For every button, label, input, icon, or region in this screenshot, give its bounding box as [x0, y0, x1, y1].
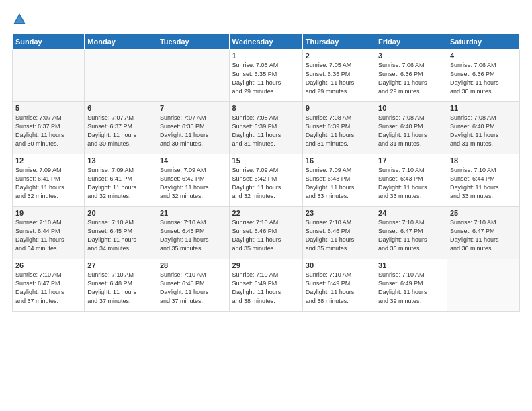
calendar-cell: 25Sunrise: 7:10 AMSunset: 6:47 PMDayligh…	[447, 207, 519, 259]
day-number: 3	[378, 52, 444, 60]
calendar-cell: 10Sunrise: 7:08 AMSunset: 6:40 PMDayligh…	[375, 102, 447, 154]
day-number: 27	[87, 261, 154, 269]
day-info: Sunrise: 7:10 AMSunset: 6:48 PMDaylight:…	[160, 271, 226, 306]
calendar-cell: 14Sunrise: 7:09 AMSunset: 6:42 PMDayligh…	[157, 154, 229, 207]
day-number: 26	[15, 261, 81, 269]
calendar-cell: 6Sunrise: 7:07 AMSunset: 6:37 PMDaylight…	[85, 102, 157, 154]
day-info: Sunrise: 7:10 AMSunset: 6:47 PMDaylight:…	[378, 218, 444, 253]
day-info: Sunrise: 7:10 AMSunset: 6:47 PMDaylight:…	[15, 271, 81, 306]
calendar-header-friday: Friday	[375, 34, 447, 50]
calendar-cell: 17Sunrise: 7:10 AMSunset: 6:43 PMDayligh…	[375, 154, 447, 207]
calendar-page: SundayMondayTuesdayWednesdayThursdayFrid…	[0, 0, 532, 411]
day-info: Sunrise: 7:07 AMSunset: 6:37 PMDaylight:…	[15, 113, 81, 148]
calendar-cell: 24Sunrise: 7:10 AMSunset: 6:47 PMDayligh…	[375, 207, 447, 259]
calendar-cell: 13Sunrise: 7:09 AMSunset: 6:41 PMDayligh…	[85, 154, 157, 207]
day-number: 10	[378, 104, 444, 112]
calendar-cell: 29Sunrise: 7:10 AMSunset: 6:49 PMDayligh…	[229, 259, 302, 312]
calendar-week-row: 12Sunrise: 7:09 AMSunset: 6:41 PMDayligh…	[13, 154, 520, 207]
day-info: Sunrise: 7:10 AMSunset: 6:46 PMDaylight:…	[306, 218, 372, 253]
day-number: 30	[306, 261, 372, 269]
calendar-cell: 8Sunrise: 7:08 AMSunset: 6:39 PMDaylight…	[229, 102, 302, 154]
day-number: 18	[450, 156, 517, 165]
day-info: Sunrise: 7:10 AMSunset: 6:49 PMDaylight:…	[232, 271, 300, 306]
day-number: 19	[15, 209, 81, 217]
calendar-cell: 1Sunrise: 7:05 AMSunset: 6:35 PMDaylight…	[229, 50, 302, 102]
day-number: 25	[450, 209, 517, 217]
day-info: Sunrise: 7:10 AMSunset: 6:47 PMDaylight:…	[450, 218, 517, 253]
calendar-cell: 7Sunrise: 7:07 AMSunset: 6:38 PMDaylight…	[157, 102, 229, 154]
day-number: 20	[87, 209, 154, 217]
day-number: 29	[232, 261, 300, 269]
calendar-header-monday: Monday	[85, 34, 157, 50]
calendar-cell: 19Sunrise: 7:10 AMSunset: 6:44 PMDayligh…	[13, 207, 85, 259]
day-number: 4	[450, 52, 517, 60]
calendar-cell	[157, 50, 229, 102]
day-info: Sunrise: 7:09 AMSunset: 6:41 PMDaylight:…	[87, 166, 154, 201]
calendar-week-row: 1Sunrise: 7:05 AMSunset: 6:35 PMDaylight…	[13, 50, 520, 102]
day-number: 21	[160, 209, 226, 217]
day-info: Sunrise: 7:08 AMSunset: 6:39 PMDaylight:…	[306, 113, 372, 148]
calendar-header-sunday: Sunday	[13, 34, 85, 50]
day-info: Sunrise: 7:10 AMSunset: 6:49 PMDaylight:…	[306, 271, 372, 306]
calendar-cell	[13, 50, 85, 102]
logo	[12, 12, 29, 27]
day-info: Sunrise: 7:10 AMSunset: 6:46 PMDaylight:…	[232, 218, 300, 253]
day-number: 22	[232, 209, 300, 217]
day-number: 13	[87, 156, 154, 165]
calendar-table: SundayMondayTuesdayWednesdayThursdayFrid…	[12, 34, 520, 312]
day-info: Sunrise: 7:06 AMSunset: 6:36 PMDaylight:…	[378, 61, 444, 96]
calendar-header-tuesday: Tuesday	[157, 34, 229, 50]
calendar-cell: 5Sunrise: 7:07 AMSunset: 6:37 PMDaylight…	[13, 102, 85, 154]
calendar-week-row: 26Sunrise: 7:10 AMSunset: 6:47 PMDayligh…	[13, 259, 520, 312]
day-info: Sunrise: 7:08 AMSunset: 6:40 PMDaylight:…	[378, 113, 444, 148]
calendar-cell: 21Sunrise: 7:10 AMSunset: 6:45 PMDayligh…	[157, 207, 229, 259]
day-number: 11	[450, 104, 517, 112]
calendar-cell: 4Sunrise: 7:06 AMSunset: 6:36 PMDaylight…	[447, 50, 519, 102]
day-number: 23	[306, 209, 372, 217]
calendar-cell	[85, 50, 157, 102]
day-info: Sunrise: 7:08 AMSunset: 6:40 PMDaylight:…	[450, 113, 517, 148]
calendar-cell: 26Sunrise: 7:10 AMSunset: 6:47 PMDayligh…	[13, 259, 85, 312]
day-number: 2	[306, 52, 372, 60]
day-number: 15	[232, 156, 300, 165]
day-info: Sunrise: 7:10 AMSunset: 6:44 PMDaylight:…	[450, 166, 517, 201]
calendar-cell: 28Sunrise: 7:10 AMSunset: 6:48 PMDayligh…	[157, 259, 229, 312]
calendar-header-wednesday: Wednesday	[229, 34, 302, 50]
calendar-cell: 20Sunrise: 7:10 AMSunset: 6:45 PMDayligh…	[85, 207, 157, 259]
calendar-cell: 11Sunrise: 7:08 AMSunset: 6:40 PMDayligh…	[447, 102, 519, 154]
calendar-week-row: 5Sunrise: 7:07 AMSunset: 6:37 PMDaylight…	[13, 102, 520, 154]
day-number: 31	[378, 261, 444, 269]
day-info: Sunrise: 7:05 AMSunset: 6:35 PMDaylight:…	[306, 61, 372, 96]
calendar-header-saturday: Saturday	[447, 34, 519, 50]
calendar-cell: 16Sunrise: 7:09 AMSunset: 6:43 PMDayligh…	[302, 154, 375, 207]
day-number: 14	[160, 156, 226, 165]
day-number: 28	[160, 261, 226, 269]
calendar-cell: 15Sunrise: 7:09 AMSunset: 6:42 PMDayligh…	[229, 154, 302, 207]
day-number: 12	[15, 156, 81, 165]
day-number: 16	[306, 156, 372, 165]
calendar-cell	[447, 259, 519, 312]
day-number: 5	[15, 104, 81, 112]
day-number: 24	[378, 209, 444, 217]
header	[12, 12, 520, 27]
day-number: 6	[87, 104, 154, 112]
day-info: Sunrise: 7:08 AMSunset: 6:39 PMDaylight:…	[232, 113, 300, 148]
calendar-cell: 23Sunrise: 7:10 AMSunset: 6:46 PMDayligh…	[302, 207, 375, 259]
day-info: Sunrise: 7:09 AMSunset: 6:42 PMDaylight:…	[160, 166, 226, 201]
day-info: Sunrise: 7:10 AMSunset: 6:45 PMDaylight:…	[160, 218, 226, 253]
day-number: 8	[232, 104, 300, 112]
day-info: Sunrise: 7:09 AMSunset: 6:42 PMDaylight:…	[232, 166, 300, 201]
calendar-cell: 2Sunrise: 7:05 AMSunset: 6:35 PMDaylight…	[302, 50, 375, 102]
day-info: Sunrise: 7:09 AMSunset: 6:41 PMDaylight:…	[15, 166, 81, 201]
day-info: Sunrise: 7:10 AMSunset: 6:45 PMDaylight:…	[87, 218, 154, 253]
calendar-cell: 31Sunrise: 7:10 AMSunset: 6:49 PMDayligh…	[375, 259, 447, 312]
day-number: 17	[378, 156, 444, 165]
calendar-cell: 9Sunrise: 7:08 AMSunset: 6:39 PMDaylight…	[302, 102, 375, 154]
calendar-cell: 27Sunrise: 7:10 AMSunset: 6:48 PMDayligh…	[85, 259, 157, 312]
day-info: Sunrise: 7:10 AMSunset: 6:48 PMDaylight:…	[87, 271, 154, 306]
day-info: Sunrise: 7:10 AMSunset: 6:44 PMDaylight:…	[15, 218, 81, 253]
calendar-cell: 30Sunrise: 7:10 AMSunset: 6:49 PMDayligh…	[302, 259, 375, 312]
calendar-header-row: SundayMondayTuesdayWednesdayThursdayFrid…	[13, 34, 520, 50]
day-info: Sunrise: 7:07 AMSunset: 6:37 PMDaylight:…	[87, 113, 154, 148]
day-number: 7	[160, 104, 226, 112]
